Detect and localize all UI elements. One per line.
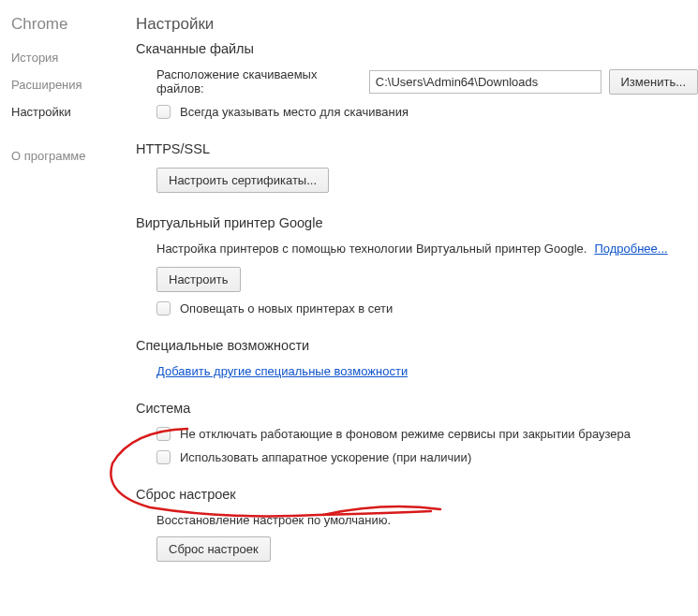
main-content: Настройки Скачанные файлы Расположение с… [136,0,698,584]
page-title: Настройки [136,15,698,34]
hardware-acceleration-checkbox[interactable] [156,450,171,464]
section-title-reset: Сброс настроек [136,487,698,502]
ask-download-location-checkbox[interactable] [156,105,171,119]
change-download-location-button[interactable]: Изменить... [609,69,698,95]
cloud-print-notify-checkbox[interactable] [156,301,171,315]
section-system: Система Не отключать работающие в фоново… [136,401,698,464]
background-services-label: Не отключать работающие в фоновом режиме… [180,427,631,441]
sidebar: Chrome История Расширения Настройки О пр… [0,0,136,584]
ask-download-location-label: Всегда указывать место для скачивания [180,105,408,119]
sidebar-item-settings[interactable]: Настройки [11,105,136,119]
cloud-print-more-link[interactable]: Подробнее... [594,242,667,256]
background-services-checkbox[interactable] [156,427,171,441]
sidebar-title: Chrome [11,15,136,34]
manage-certificates-button[interactable]: Настроить сертификаты... [156,168,329,193]
section-title-https: HTTPS/SSL [136,141,698,156]
download-location-input[interactable] [369,70,601,94]
section-downloads: Скачанные файлы Расположение скачиваемых… [136,41,698,119]
section-title-system: Система [136,401,698,416]
reset-settings-button[interactable]: Сброс настроек [156,536,271,562]
sidebar-item-history[interactable]: История [11,51,136,65]
section-title-cloudprint: Виртуальный принтер Google [136,215,698,230]
sidebar-item-about[interactable]: О программе [11,149,136,163]
section-accessibility: Специальные возможности Добавить другие … [136,338,698,378]
sidebar-item-extensions[interactable]: Расширения [11,78,136,92]
section-title-downloads: Скачанные файлы [136,41,698,56]
cloud-print-configure-button[interactable]: Настроить [156,267,241,292]
add-accessibility-link[interactable]: Добавить другие специальные возможности [156,364,408,378]
reset-desc: Восстановление настроек по умолчанию. [156,513,391,527]
section-cloud-print: Виртуальный принтер Google Настройка при… [136,215,698,315]
section-https-ssl: HTTPS/SSL Настроить сертификаты... [136,141,698,193]
cloud-print-desc: Настройка принтеров с помощью технологии… [156,242,587,256]
hardware-acceleration-label: Использовать аппаратное ускорение (при н… [180,450,471,464]
section-title-accessibility: Специальные возможности [136,338,698,353]
section-reset: Сброс настроек Восстановление настроек п… [136,487,698,562]
cloud-print-notify-label: Оповещать о новых принтерах в сети [180,301,393,315]
download-location-label: Расположение скачиваемых файлов: [156,67,362,95]
